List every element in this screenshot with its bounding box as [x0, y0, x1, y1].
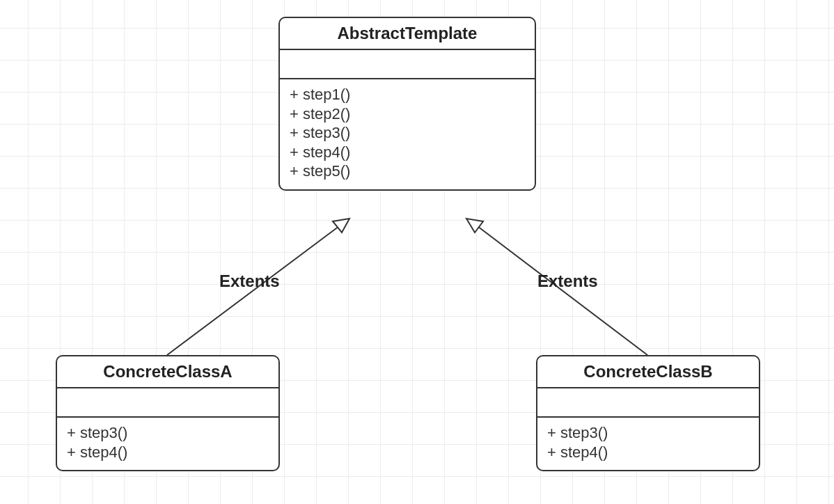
class-attributes-empty	[537, 388, 759, 418]
method-item: + step4()	[290, 143, 525, 162]
edge-label-right: Extents	[537, 271, 598, 291]
class-title: ConcreteClassB	[537, 356, 759, 388]
class-attributes-empty	[280, 50, 535, 79]
class-methods: + step3() + step4()	[57, 418, 278, 470]
method-item: + step4()	[67, 443, 269, 462]
class-methods: + step1() + step2() + step3() + step4() …	[280, 79, 535, 189]
class-methods: + step3() + step4()	[537, 418, 759, 470]
class-attributes-empty	[57, 388, 278, 418]
method-item: + step3()	[547, 423, 749, 443]
uml-class-abstract-template: AbstractTemplate + step1() + step2() + s…	[278, 17, 536, 191]
uml-class-concrete-b: ConcreteClassB + step3() + step4()	[536, 355, 760, 471]
method-item: + step2()	[290, 104, 525, 124]
class-title: ConcreteClassA	[57, 356, 278, 388]
method-item: + step5()	[290, 162, 525, 181]
uml-class-concrete-a: ConcreteClassA + step3() + step4()	[56, 355, 280, 471]
method-item: + step1()	[290, 85, 525, 104]
edge-label-left: Extents	[219, 271, 280, 291]
class-title: AbstractTemplate	[280, 18, 535, 50]
method-item: + step3()	[67, 423, 269, 443]
method-item: + step3()	[290, 123, 525, 143]
method-item: + step4()	[547, 443, 749, 462]
